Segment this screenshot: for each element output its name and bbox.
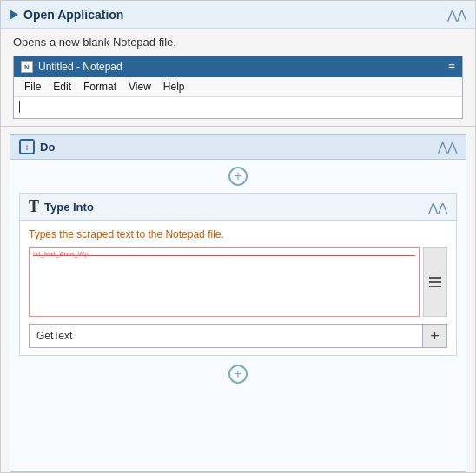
gettext-add-button[interactable]: + xyxy=(423,324,447,348)
text-cursor xyxy=(19,101,20,113)
notepad-menu-help[interactable]: Help xyxy=(158,79,190,95)
main-container: Open Application ⋀⋀ Opens a new blank No… xyxy=(0,0,476,473)
notepad-app-icon: N xyxy=(21,61,33,73)
notepad-menu-icon[interactable]: ≡ xyxy=(448,60,455,74)
notepad-titlebar-left: N Untitled - Notepad xyxy=(21,61,122,73)
notepad-menubar: File Edit Format View Help xyxy=(14,77,462,97)
do-header-left: ↕ Do xyxy=(19,139,55,154)
type-into-t-icon: T xyxy=(29,198,39,216)
type-into-card: T Type Into ⋀⋀ Types the scraped text to… xyxy=(19,193,457,356)
collapse-open-app-button[interactable]: ⋀⋀ xyxy=(447,9,466,21)
add-activity-top-row: + xyxy=(10,160,466,193)
type-into-header: T Type Into ⋀⋀ xyxy=(20,194,456,221)
notepad-window: N Untitled - Notepad ≡ File Edit Format … xyxy=(13,56,463,119)
notepad-menu-edit[interactable]: Edit xyxy=(48,79,76,95)
open-app-header-left: Open Application xyxy=(10,8,123,22)
collapse-do-button[interactable]: ⋀⋀ xyxy=(438,141,457,153)
notepad-menu-file[interactable]: File xyxy=(19,79,46,95)
type-into-textarea-preview[interactable]: txt_text_Area_Wp xyxy=(29,247,420,317)
notepad-menu-view[interactable]: View xyxy=(123,79,156,95)
play-icon xyxy=(10,10,18,20)
type-into-body: Types the scraped text to the Notepad fi… xyxy=(20,221,456,355)
notepad-title: Untitled - Notepad xyxy=(38,61,122,73)
type-into-description: Types the scraped text to the Notepad fi… xyxy=(29,228,447,240)
gettext-row: + xyxy=(29,324,447,348)
notepad-titlebar: N Untitled - Notepad ≡ xyxy=(14,56,462,77)
hamburger-small-icon xyxy=(429,277,441,287)
notepad-content-area xyxy=(14,97,462,118)
do-icon: ↕ xyxy=(19,139,35,154)
do-section: ↕ Do ⋀⋀ + T Type Into ⋀⋀ Types the scrap… xyxy=(10,134,466,472)
gettext-input[interactable] xyxy=(29,324,423,348)
do-title: Do xyxy=(40,141,55,154)
textarea-red-border xyxy=(33,255,415,256)
add-activity-bottom-row: + xyxy=(10,356,466,392)
add-activity-top-button[interactable]: + xyxy=(228,167,248,186)
textarea-options-button[interactable] xyxy=(423,247,447,317)
textarea-placeholder-text: txt_text_Area_Wp xyxy=(33,250,89,258)
do-header: ↕ Do ⋀⋀ xyxy=(10,135,466,160)
section-divider xyxy=(1,126,475,127)
type-into-header-left: T Type Into xyxy=(29,198,94,216)
textarea-container: txt_text_Area_Wp xyxy=(29,247,447,317)
open-app-description: Opens a new blank Notepad file. xyxy=(1,29,475,52)
collapse-type-into-button[interactable]: ⋀⋀ xyxy=(428,201,447,214)
notepad-menu-format[interactable]: Format xyxy=(78,79,122,95)
add-activity-bottom-button[interactable]: + xyxy=(228,365,248,384)
open-app-title: Open Application xyxy=(23,8,123,22)
type-into-title: Type Into xyxy=(44,200,94,214)
open-app-header: Open Application ⋀⋀ xyxy=(1,1,475,29)
